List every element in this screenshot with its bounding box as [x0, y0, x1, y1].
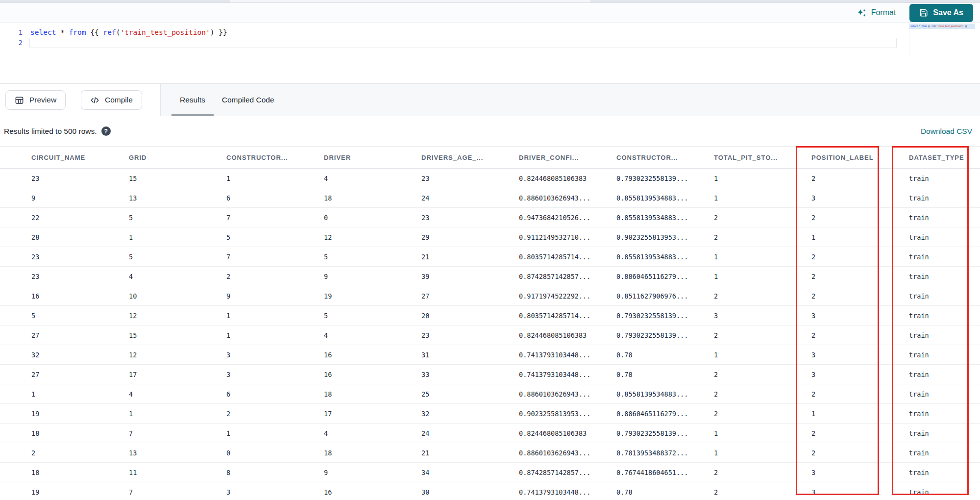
- table-cell: 9: [215, 286, 312, 305]
- tab-compiled-code[interactable]: Compiled Code: [214, 84, 283, 116]
- table-cell: 0.9023255813953...: [605, 227, 702, 247]
- code-token-plain: {{: [927, 25, 931, 27]
- table-cell: 21: [410, 443, 507, 462]
- table-cell: 31: [410, 345, 507, 364]
- results-info-bar: Results limited to 500 rows. ? Download …: [0, 116, 980, 146]
- editor-toolbar: Format Save As: [0, 3, 980, 23]
- table-cell: train: [897, 482, 980, 500]
- format-label: Format: [871, 8, 896, 17]
- table-cell: 24: [410, 424, 507, 443]
- table-cell: 0.8860103626943...: [507, 443, 605, 462]
- table-cell: 16: [312, 365, 410, 384]
- table-cell: 2: [800, 443, 897, 462]
- table-cell: 13: [117, 188, 215, 207]
- editor-minimap[interactable]: select * from {{ ref('train_test_positio…: [909, 24, 975, 58]
- table-cell: 1: [20, 384, 117, 403]
- table-row: 23429390.8742857142857...0.8860465116279…: [0, 267, 980, 286]
- table-cell: 4: [312, 325, 410, 345]
- table-row: 913618240.8860103626943...0.855813953488…: [0, 188, 980, 208]
- table-cell: 22: [20, 208, 117, 227]
- compile-button[interactable]: Compile: [81, 90, 142, 110]
- column-header-drivers-age: DRIVERS_AGE_...: [410, 147, 507, 168]
- line-number: 1: [0, 27, 23, 38]
- table-row: 197316300.7413793103448...0.7823train: [0, 482, 980, 500]
- help-icon[interactable]: ?: [101, 126, 111, 136]
- code-token-string: 'train_test_position': [120, 28, 210, 36]
- table-cell: 7: [117, 424, 215, 443]
- table-cell: 18: [312, 384, 410, 403]
- table-cell: 16: [312, 345, 410, 364]
- table-cell: 4: [117, 267, 215, 286]
- table-cell: 2: [702, 325, 800, 345]
- table-cell: 0.8035714285714...: [507, 247, 605, 266]
- table-cell: 0.7930232558139...: [605, 306, 702, 325]
- table-cell: 0.8558139534883...: [605, 188, 702, 207]
- sql-editor[interactable]: 1 2 select * from {{ ref('train_test_pos…: [0, 23, 980, 83]
- table-cell: train: [897, 424, 980, 443]
- table-row: 181189340.8742857142857...0.767441860465…: [0, 463, 980, 482]
- table-cell: train: [897, 188, 980, 207]
- table-cell: 23: [20, 247, 117, 266]
- table-cell: 0.824468085106383: [507, 424, 605, 443]
- table-cell: 15: [117, 325, 215, 345]
- line-number: 2: [0, 38, 23, 48]
- table-cell: 3: [215, 482, 312, 500]
- table-cell: 2: [702, 463, 800, 482]
- preview-button[interactable]: Preview: [5, 90, 66, 110]
- action-bar: Preview Compile Results Compiled Code: [0, 83, 980, 116]
- table-cell: 7: [215, 247, 312, 266]
- table-cell: 1: [702, 267, 800, 286]
- table-cell: 1: [702, 443, 800, 462]
- table-cell: 1: [702, 424, 800, 443]
- table-cell: 2: [702, 404, 800, 423]
- table-cell: 5: [215, 227, 312, 247]
- sparkles-icon: [857, 8, 867, 18]
- table-cell: 24: [410, 188, 507, 207]
- table-row: 213018210.8860103626943...0.781395348837…: [0, 443, 980, 463]
- table-row: 2717316330.7413793103448...0.7823train: [0, 365, 980, 384]
- table-cell: 30: [410, 482, 507, 500]
- table-cell: 32: [20, 345, 117, 364]
- code-line-2-current[interactable]: [29, 38, 897, 48]
- table-cell: 5: [312, 247, 410, 266]
- table-cell: 2: [702, 482, 800, 500]
- table-grid-icon: [15, 96, 24, 105]
- table-cell: 5: [312, 306, 410, 325]
- table-cell: 17: [312, 404, 410, 423]
- code-line-1[interactable]: select * from {{ ref('train_test_positio…: [29, 27, 980, 38]
- code-token-plain: [56, 28, 60, 36]
- table-cell: 0.7413793103448...: [507, 365, 605, 384]
- code-brackets-icon: [90, 96, 99, 105]
- save-icon: [919, 8, 928, 17]
- download-csv-link[interactable]: Download CSV: [921, 127, 972, 136]
- format-button[interactable]: Format: [857, 8, 896, 18]
- table-cell: 0.8860465116279...: [605, 404, 702, 423]
- table-cell: 2: [800, 286, 897, 305]
- column-header-circuit-name: CIRCUIT_NAME: [20, 147, 117, 168]
- save-as-button[interactable]: Save As: [909, 4, 973, 22]
- table-cell: 0.7674418604651...: [605, 463, 702, 482]
- code-area[interactable]: select * from {{ ref('train_test_positio…: [29, 27, 980, 48]
- table-cell: 0.78: [605, 365, 702, 384]
- tab-results[interactable]: Results: [172, 84, 214, 116]
- table-row: 51215200.8035714285714...0.7930232558139…: [0, 306, 980, 325]
- table-cell: 1: [800, 404, 897, 423]
- table-cell: 2: [20, 443, 117, 462]
- table-cell: 12: [117, 345, 215, 364]
- table-cell: 0.7930232558139...: [605, 325, 702, 345]
- column-header-driver: DRIVER: [312, 147, 410, 168]
- table-cell: 15: [117, 169, 215, 188]
- table-cell: 0.7813953488372...: [605, 443, 702, 462]
- table-cell: 0.824468085106383: [507, 325, 605, 345]
- table-cell: 1: [215, 169, 312, 188]
- table-cell: 0: [215, 443, 312, 462]
- table-cell: 1: [215, 306, 312, 325]
- table-header-row: CIRCUIT_NAMEGRIDCONSTRUCTOR...DRIVERDRIV…: [0, 147, 980, 169]
- table-cell: 0.8860103626943...: [507, 188, 605, 207]
- table-cell: 0.8511627906976...: [605, 286, 702, 305]
- table-cell: 9: [312, 463, 410, 482]
- table-cell: 18: [20, 463, 117, 482]
- table-cell: 3: [800, 188, 897, 207]
- table-cell: train: [897, 227, 980, 247]
- table-cell: 1: [702, 169, 800, 188]
